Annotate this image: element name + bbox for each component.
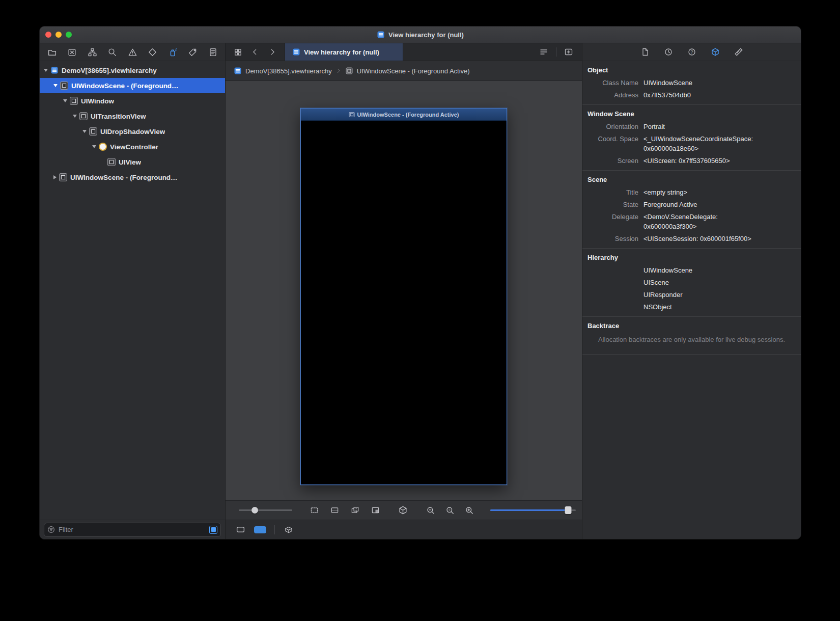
minimize-window-button[interactable] [55, 32, 62, 38]
slider-knob[interactable] [565, 506, 571, 514]
tree-item-viewcontroller[interactable]: ViewController [40, 139, 225, 154]
zoom-slider[interactable] [490, 506, 576, 515]
view-mode-3d-icon[interactable] [254, 526, 266, 533]
slider-knob[interactable] [251, 507, 258, 514]
breadcrumb-item-file[interactable]: DemoV[38655].viewhierarchy [245, 67, 332, 75]
filter-scope-toggle-icon[interactable] [209, 526, 217, 534]
filter-icon [47, 526, 55, 533]
inspector-row: Orientation Portrait [582, 120, 801, 132]
tree-item-label: UIWindow [81, 97, 114, 105]
editor-tab-active[interactable]: View hierarchy for (null) [285, 43, 403, 61]
zoom-actual-size-icon[interactable] [444, 505, 456, 516]
hierarchy-class: UIResponder [643, 290, 754, 300]
view-mode-2d-icon[interactable] [235, 524, 246, 535]
row-label: Address [582, 90, 643, 100]
show-layers-box-icon[interactable] [283, 524, 294, 535]
section-title: Backtrace [582, 317, 801, 332]
backtrace-note: Allocation backtraces are only available… [582, 332, 801, 350]
tag-icon[interactable] [187, 46, 199, 58]
hierarchy-icon[interactable] [86, 46, 98, 58]
disclosure-triangle-icon[interactable] [53, 84, 58, 87]
disclosure-spacer [102, 160, 105, 164]
history-inspector-icon[interactable] [662, 46, 675, 58]
hierarchy-class: NSObject [643, 302, 754, 312]
inspector-toolbar: ? [582, 43, 801, 61]
close-window-button[interactable] [45, 32, 51, 38]
tree-item-uitransitionview[interactable]: UITransitionView [40, 109, 225, 124]
filter-field[interactable] [44, 523, 221, 537]
svg-text:?: ? [690, 49, 693, 55]
snapshot-title: UIWindowScene - (Foreground Active) [357, 112, 459, 118]
inspector-row: UIScene [582, 276, 801, 288]
orient-3d-cube-icon[interactable] [398, 505, 408, 516]
disclosure-triangle-icon[interactable] [63, 99, 67, 102]
zoom-window-button[interactable] [66, 32, 72, 38]
show-clipped-content-icon[interactable] [309, 505, 320, 516]
inspector-row: Screen <UIScreen: 0x7ff537605650> [582, 154, 801, 167]
folder-icon[interactable] [46, 46, 58, 58]
show-content-icon[interactable] [370, 505, 381, 516]
inspector-row: Coord. Space <_UIWindowSceneCoordinateSp… [582, 132, 801, 154]
editor-options-icon[interactable] [538, 46, 550, 58]
report-icon[interactable] [207, 46, 219, 58]
row-value: <_UIWindowSceneCoordinateSpace: 0x600000… [643, 134, 754, 153]
section-window-scene: Window Scene Orientation Portrait Coord.… [582, 105, 801, 167]
view-icon [107, 158, 116, 166]
spacing-slider[interactable] [239, 506, 292, 514]
section-title: Object [582, 61, 801, 76]
disclosure-triangle-icon[interactable] [44, 69, 48, 72]
tree-item-root[interactable]: DemoV[38655].viewhierarchy [40, 63, 225, 78]
disclosure-triangle-icon[interactable] [82, 130, 87, 133]
tree-item-uiwindow[interactable]: UIWindow [40, 93, 225, 109]
debug-canvas: UIWindowScene - (Foreground Active) [226, 81, 582, 500]
row-label: Coord. Space [582, 134, 643, 153]
row-label: Session [582, 234, 643, 244]
window-scene-icon [345, 67, 353, 75]
tree-item-uiwindowscene[interactable]: UIWindowScene - (Foreground… [40, 78, 225, 93]
zoom-out-icon[interactable] [425, 505, 436, 516]
app-file-icon [234, 67, 242, 75]
debug-spray-icon[interactable] [166, 46, 179, 58]
tree-item-label: UIDropShadowView [100, 128, 165, 136]
disclosure-triangle-icon[interactable] [73, 115, 77, 118]
row-label: Screen [582, 156, 643, 166]
slider-track [239, 509, 292, 511]
close-square-icon[interactable] [66, 46, 78, 58]
row-value: <UISceneSession: 0x600001f65f00> [643, 234, 754, 244]
section-divider [582, 354, 801, 355]
breakpoint-icon[interactable] [147, 46, 159, 58]
object-inspector-icon[interactable] [709, 46, 721, 58]
window-scene-icon [60, 82, 68, 90]
disclosure-triangle-icon[interactable] [53, 175, 57, 179]
inspector-content: Object Class Name UIWindowScene Address … [582, 61, 801, 539]
inspector-row: UIWindowScene [582, 264, 801, 276]
xcode-view-debugger-window: View hierarchy for (null) [39, 26, 801, 539]
row-label: Class Name [582, 78, 643, 88]
forward-chevron-icon[interactable] [266, 46, 278, 58]
warning-icon[interactable] [126, 46, 138, 58]
filter-input[interactable] [58, 525, 207, 534]
section-backtrace: Backtrace Allocation backtraces are only… [582, 317, 801, 350]
show-alignment-rects-icon[interactable] [329, 505, 340, 516]
uiwindowscene-snapshot[interactable]: UIWindowScene - (Foreground Active) [300, 108, 507, 485]
tree-item-uidropshadowview[interactable]: UIDropShadowView [40, 124, 225, 139]
tree-item-uiwindowscene-2[interactable]: UIWindowScene - (Foreground… [40, 170, 225, 185]
inspector-panel: ? Object Class Name UIWindowScene Addres… [582, 43, 801, 539]
tree-item-uiview[interactable]: UIView [40, 154, 225, 170]
size-inspector-icon[interactable] [733, 46, 745, 58]
navigator-filter-bar [40, 520, 225, 539]
related-items-grid-icon[interactable] [232, 46, 244, 58]
row-label: State [582, 200, 643, 209]
inspector-row: Title <empty string> [582, 186, 801, 198]
add-editor-icon[interactable] [563, 46, 575, 58]
zoom-in-icon[interactable] [464, 505, 475, 516]
row-value: Portrait [643, 122, 754, 131]
file-inspector-icon[interactable] [639, 46, 651, 58]
section-title: Window Scene [582, 105, 801, 120]
back-chevron-icon[interactable] [249, 46, 261, 58]
search-icon[interactable] [106, 46, 119, 58]
show-view-frames-icon[interactable] [349, 505, 360, 516]
breadcrumb-item-selection[interactable]: UIWindowScene - (Foreground Active) [357, 67, 470, 75]
help-inspector-icon[interactable]: ? [686, 46, 698, 58]
disclosure-triangle-icon[interactable] [92, 145, 96, 148]
